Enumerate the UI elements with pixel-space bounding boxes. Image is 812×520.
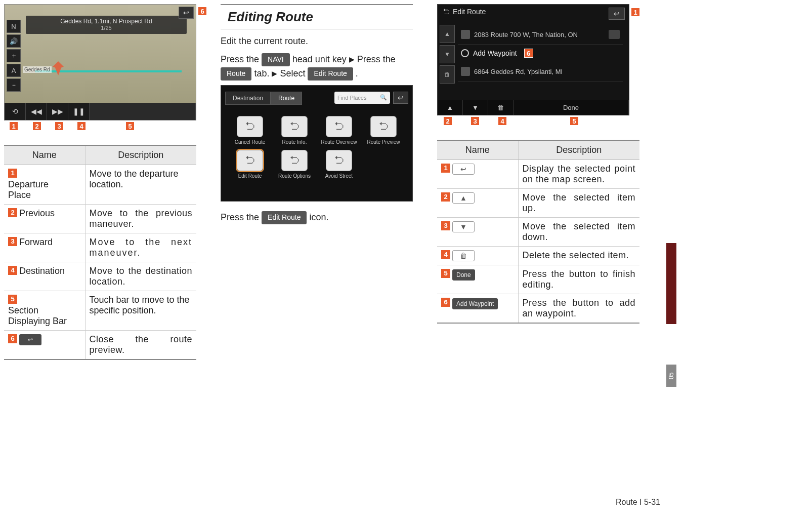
row-badge: 6 — [8, 334, 17, 343]
table-row: 5Section Displaying Bar Touch bar to mov… — [4, 291, 196, 331]
route-preview-screenshot: N 🔊 ＋ A － Geddes Rd, 1.1mi, N Prospect R… — [4, 4, 196, 121]
edit-bottom-bar: ▲ ▼ 🗑 Done — [438, 100, 629, 115]
flag-icon — [461, 67, 470, 76]
destination-button[interactable]: ❚❚ — [68, 103, 90, 120]
row-desc: Move the selected item up. — [518, 189, 639, 218]
preview-controls-table: Name Description 1Departure Place Move t… — [4, 145, 196, 360]
compass-button[interactable]: N — [7, 20, 21, 33]
callout-6: 6 — [198, 7, 207, 16]
move-down-bottom[interactable]: ▼ — [463, 100, 488, 115]
chapter-tab — [666, 243, 676, 324]
callout-row-col1: 1 2 3 4 5 — [4, 122, 196, 133]
flag-icon — [461, 30, 470, 39]
row-desc: Close the route preview. — [85, 331, 196, 360]
row-desc: Move to the destination location. — [85, 262, 196, 291]
callout-5: 5 — [125, 122, 135, 131]
arrow-icon: ▶ — [272, 68, 277, 79]
search-icon: 🔍 — [380, 94, 387, 101]
row-name: Forward — [19, 237, 53, 248]
route-tab-key: Route — [221, 67, 251, 81]
table-row: 1↩ Display the selected point on the map… — [437, 160, 639, 189]
close-preview-button[interactable]: ↩ — [179, 7, 194, 19]
row-desc: Move to the next maneuver. — [85, 233, 196, 262]
delete-bottom[interactable]: 🗑 — [488, 100, 514, 115]
tab-route[interactable]: Route — [271, 92, 302, 105]
map-icon — [609, 30, 620, 39]
done-button[interactable]: Done — [514, 100, 629, 115]
zoom-out-button[interactable]: － — [7, 78, 21, 92]
map-info-line1: Geddes Rd, 1.1mi, N Prospect Rd — [28, 18, 185, 25]
add-waypoint-button[interactable]: Add Waypoint 6 — [458, 45, 623, 62]
intro-text: Edit the current route. — [221, 34, 413, 49]
departure-button[interactable]: ⟲ — [5, 103, 26, 120]
callout-4: 4 — [77, 122, 86, 131]
edit-side-buttons: ▲ ▼ 🗑 — [440, 25, 455, 84]
route-options-item[interactable]: ⮌Route Options — [276, 150, 313, 179]
route-preview-item[interactable]: ⮌Route Preview — [365, 116, 402, 145]
table-row: 6Add Waypoint Press the button to add an… — [437, 294, 639, 324]
edit-route-title-icon: ⮌ — [443, 8, 450, 16]
navi-key: NAVI — [262, 53, 290, 66]
auto-zoom-button[interactable]: A — [7, 64, 21, 77]
row-badge: 4 — [8, 266, 17, 275]
find-places-search[interactable]: Find Places 🔍 — [334, 92, 390, 104]
section-displaying-bar[interactable] — [90, 103, 196, 120]
move-up-bottom[interactable]: ▲ — [438, 100, 463, 115]
table-row: 5Done Press the button to finish editing… — [437, 265, 639, 294]
delete-button[interactable]: 🗑 — [440, 65, 455, 84]
edit-route-item[interactable]: ⮌Edit Route — [231, 150, 269, 179]
edit-route-key: Edit Route — [308, 67, 353, 81]
zoom-in-button[interactable]: ＋ — [7, 49, 21, 62]
waypoint-list: 2083 Route 700 W, The Nation, ON Add Way… — [458, 25, 623, 82]
th-desc: Description — [85, 145, 196, 165]
map-pin-icon — [53, 61, 64, 75]
column-1: N 🔊 ＋ A － Geddes Rd, 1.1mi, N Prospect R… — [4, 4, 196, 360]
callout-1: 1 — [9, 122, 18, 131]
map-side-buttons: N 🔊 ＋ A － — [7, 20, 21, 92]
press-edit-route-text: Press the Edit Route icon. — [221, 211, 413, 225]
route-options-grid: ⮌Cancel Route ⮌Route Info. ⮌Route Overvi… — [231, 116, 402, 179]
callout-1: 1 — [631, 8, 640, 17]
previous-button[interactable]: ◀◀ — [26, 103, 47, 120]
road-label: Geddes Rd — [23, 66, 52, 73]
callout-2: 2 — [443, 116, 452, 126]
edit-route-table: Name Description 1↩ Display the selected… — [437, 140, 639, 324]
row-desc: Move to the departure location. — [85, 165, 196, 205]
route-overview-item[interactable]: ⮌Route Overview — [320, 116, 358, 145]
table-row: 3Forward Move to the next maneuver. — [4, 233, 196, 262]
up-arrow-icon: ▲ — [452, 192, 475, 204]
section-title-wrap: Editing Route — [221, 4, 413, 29]
route-info-icon: ⮌ — [281, 116, 308, 137]
row-desc: Press the button to finish editing. — [518, 265, 639, 294]
row-badge: 1 — [8, 169, 17, 178]
display-on-map-button[interactable]: ↩ — [609, 8, 625, 20]
map-info-banner: Geddes Rd, 1.1mi, N Prospect Rd 1/25 — [26, 16, 187, 34]
th-name: Name — [437, 140, 518, 160]
cancel-route-item[interactable]: ⮌Cancel Route — [231, 116, 269, 145]
down-arrow-icon: ▼ — [452, 221, 475, 232]
tab-destination[interactable]: Destination — [225, 92, 271, 105]
back-button[interactable]: ↩ — [393, 92, 408, 104]
table-row: 6↩ Close the route preview. — [4, 331, 196, 360]
callout-row-col3: 2 3 4 5 — [437, 116, 639, 128]
move-down-button[interactable]: ▼ — [440, 45, 455, 63]
waypoint-row[interactable]: 2083 Route 700 W, The Nation, ON — [458, 25, 623, 45]
move-up-button[interactable]: ▲ — [440, 25, 455, 43]
avoid-street-item[interactable]: ⮌Avoid Street — [320, 150, 358, 179]
waypoint-row[interactable]: 6864 Geddes Rd, Ypsilanti, MI — [458, 62, 623, 82]
row-name: Departure Place — [8, 179, 74, 201]
section-title: Editing Route — [221, 8, 413, 29]
preview-controls-bar: ⟲ ◀◀ ▶▶ ❚❚ — [5, 103, 196, 120]
callout-4: 4 — [498, 116, 507, 126]
avoid-street-icon: ⮌ — [326, 150, 352, 171]
sound-button[interactable]: 🔊 — [7, 34, 21, 48]
plus-icon — [461, 49, 469, 57]
row-desc: Touch bar to move to the specific positi… — [85, 291, 196, 331]
forward-button[interactable]: ▶▶ — [47, 103, 68, 120]
row-badge: 5 — [8, 295, 17, 304]
callout-5: 5 — [570, 116, 579, 126]
row-desc: Press the button to add an waypoint. — [518, 294, 639, 324]
route-info-item[interactable]: ⮌Route Info. — [276, 116, 313, 145]
map-info-line2: 1/25 — [28, 25, 185, 31]
column-3: ⮌ Edit Route ↩ 1 ▲ ▼ 🗑 2083 Route 700 W,… — [437, 4, 639, 360]
